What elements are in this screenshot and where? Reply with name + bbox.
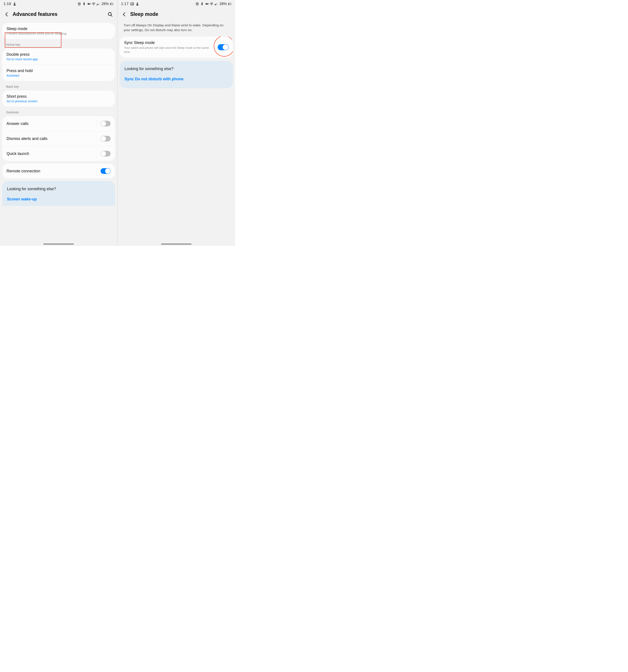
wifi-icon <box>92 2 95 6</box>
dismiss-alerts-row[interactable]: Dismiss alerts and calls <box>2 131 115 146</box>
section-gestures: Gestures <box>0 109 117 116</box>
bluetooth-icon <box>200 2 204 6</box>
help-title: Looking for something else? <box>124 67 228 71</box>
sync-sleep-toggle[interactable] <box>218 44 229 50</box>
double-press-row[interactable]: Double press Go to most recent app <box>2 49 115 65</box>
status-time: 1:18 <box>3 2 11 6</box>
sleep-mode-title: Sleep mode <box>6 27 111 31</box>
mute-icon <box>205 2 209 6</box>
quick-launch-row[interactable]: Quick launch <box>2 146 115 161</box>
remote-conn-title: Remote connection <box>6 169 97 173</box>
mute-icon <box>87 2 91 6</box>
press-hold-title: Press and hold <box>6 69 111 73</box>
back-icon[interactable] <box>122 12 127 17</box>
alarm-icon <box>77 2 81 6</box>
gestures-card: Answer calls Dismiss alerts and calls Qu… <box>2 116 115 161</box>
back-key-card: Short press Go to previous screen <box>2 91 115 106</box>
bluetooth-icon <box>82 2 86 6</box>
sync-sleep-sub: Your watch and phone will start and end … <box>124 46 215 54</box>
short-press-sub: Go to previous screen <box>6 99 111 103</box>
home-indicator[interactable] <box>43 243 74 245</box>
sync-sleep-row[interactable]: Sync Sleep mode Your watch and phone wil… <box>120 37 233 58</box>
home-indicator[interactable] <box>161 243 191 245</box>
annotation-highlight-rect <box>5 32 62 48</box>
double-press-title: Double press <box>6 52 111 57</box>
help-title: Looking for something else? <box>7 187 110 191</box>
remote-conn-toggle[interactable] <box>100 168 111 174</box>
answer-calls-row[interactable]: Answer calls <box>2 116 115 131</box>
help-link-sync-dnd[interactable]: Sync Do not disturb with phone <box>124 77 228 81</box>
double-press-sub: Go to most recent app <box>6 57 111 61</box>
answer-calls-toggle[interactable] <box>100 121 111 126</box>
quick-launch-toggle[interactable] <box>100 151 111 157</box>
help-link-screen-wakeup[interactable]: Screen wake-up <box>7 197 110 201</box>
battery-percent: 28% <box>219 2 227 6</box>
short-press-row[interactable]: Short press Go to previous screen <box>2 91 115 106</box>
press-hold-row[interactable]: Press and hold Assistant <box>2 65 115 81</box>
help-card: Looking for something else? Screen wake-… <box>2 181 115 206</box>
press-hold-sub: Assistant <box>6 74 111 77</box>
status-time: 1:17 <box>121 2 129 6</box>
remote-conn-card: Remote connection <box>2 164 115 178</box>
remote-conn-row[interactable]: Remote connection <box>2 164 115 178</box>
quick-launch-title: Quick launch <box>6 151 97 156</box>
battery-percent: 28% <box>101 2 109 6</box>
home-key-card: Double press Go to most recent app Press… <box>2 49 115 81</box>
battery-icon <box>228 2 232 6</box>
page-title: Advanced features <box>13 11 108 17</box>
page-header: Sleep mode <box>118 7 235 23</box>
sync-sleep-title: Sync Sleep mode <box>124 41 215 45</box>
short-press-title: Short press <box>6 94 111 99</box>
dismiss-alerts-toggle[interactable] <box>100 136 111 141</box>
signal-icon <box>97 2 100 6</box>
alarm-icon <box>195 2 199 6</box>
page-title: Sleep mode <box>130 11 231 17</box>
person-icon <box>136 2 139 6</box>
page-header: Advanced features <box>0 7 117 23</box>
phone-right: 1:17 28% Sleep mode Turn off Always On D… <box>118 0 235 246</box>
search-icon[interactable] <box>108 12 113 17</box>
status-bar: 1:17 28% <box>118 0 235 7</box>
status-bar: 1:18 28% <box>0 0 117 7</box>
section-back-key: Back key <box>0 83 117 91</box>
signal-icon <box>215 2 218 6</box>
battery-icon <box>110 2 114 6</box>
gallery-icon <box>131 2 134 6</box>
wifi-icon <box>210 2 213 6</box>
answer-calls-title: Answer calls <box>6 121 97 126</box>
dismiss-alerts-title: Dismiss alerts and calls <box>6 137 97 141</box>
phone-left: 1:18 28% Advanced features Sleep mode Pr… <box>0 0 118 246</box>
sync-card: Sync Sleep mode Your watch and phone wil… <box>120 37 233 58</box>
help-card: Looking for something else? Sync Do not … <box>120 61 233 88</box>
person-icon <box>13 2 16 6</box>
sleep-mode-description: Turn off Always On Display and Raise wri… <box>118 23 235 37</box>
back-icon[interactable] <box>4 12 9 17</box>
